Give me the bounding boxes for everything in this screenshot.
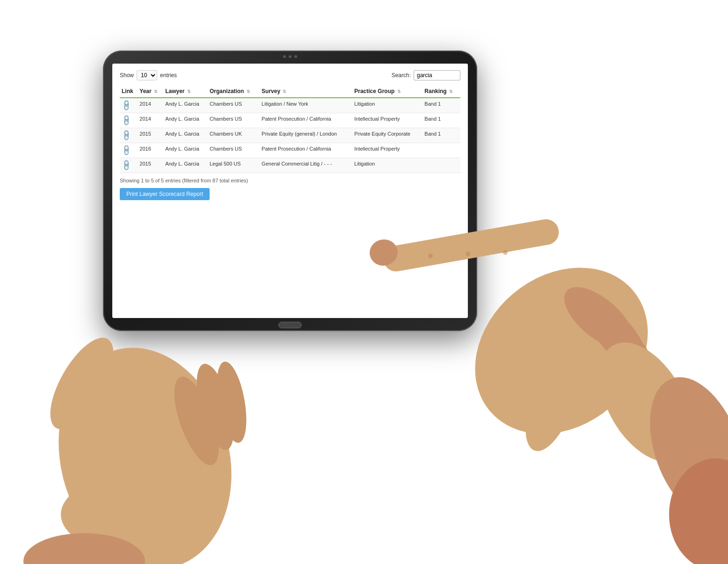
print-button[interactable]: Print Lawyer Scorecard Report (120, 188, 210, 200)
cell-lawyer: Andy L. Garcia (163, 113, 208, 128)
cell-organization: Legal 500 US (208, 158, 260, 173)
left-hand (23, 328, 255, 564)
survey-sort-icon: ⇅ (283, 89, 286, 94)
svg-point-11 (578, 295, 656, 378)
cell-survey: Private Equity (general) / London (260, 128, 352, 143)
cell-link[interactable]: 🔗 (120, 158, 138, 173)
col-pg-label: Practice Group (354, 88, 394, 94)
tablet-dot-1 (283, 55, 286, 58)
cell-practice-group: Intellectual Property (352, 113, 422, 128)
link-icon[interactable]: 🔗 (120, 129, 133, 142)
col-link-label: Link (122, 88, 133, 94)
svg-point-10 (554, 276, 644, 360)
cell-organization: Chambers US (208, 143, 260, 158)
cell-practice-group: Private Equity Corporate (352, 128, 422, 143)
svg-point-15 (632, 364, 728, 534)
cell-link[interactable]: 🔗 (120, 98, 138, 113)
col-header-practice-group[interactable]: Practice Group ⇅ (352, 85, 422, 98)
svg-point-7 (442, 233, 681, 468)
col-header-survey[interactable]: Survey ⇅ (260, 85, 352, 98)
cell-practice-group: Litigation (352, 98, 422, 113)
link-icon[interactable]: 🔗 (120, 144, 133, 157)
table-row: 🔗2015Andy L. GarciaChambers UKPrivate Eq… (120, 128, 460, 143)
table-row: 🔗2016Andy L. GarciaChambers USPatent Pro… (120, 143, 460, 158)
cell-practice-group: Intellectual Property (352, 143, 422, 158)
svg-point-13 (515, 347, 590, 458)
cell-survey: General Commercial Litig / - - - (260, 158, 352, 173)
cell-link[interactable]: 🔗 (120, 128, 138, 143)
search-input[interactable] (414, 70, 460, 80)
cell-lawyer: Andy L. Garcia (163, 158, 208, 173)
svg-point-3 (189, 360, 241, 454)
table-row: 🔗2014Andy L. GarciaChambers USPatent Pro… (120, 113, 460, 128)
cell-ranking (422, 158, 460, 173)
cell-ranking: Band 1 (422, 113, 460, 128)
table-body: 🔗2014Andy L. GarciaChambers USLitigation… (120, 98, 460, 173)
col-year-label: Year (139, 88, 151, 94)
svg-point-19 (503, 250, 508, 255)
tablet-home-button[interactable] (278, 322, 302, 328)
cell-survey: Patent Prosecution / California (260, 113, 352, 128)
table-header-row: Link Year ⇅ Lawyer ⇅ Organizat (120, 85, 460, 98)
svg-point-4 (211, 359, 252, 445)
cell-year: 2014 (138, 98, 163, 113)
cell-organization: Chambers UK (208, 128, 260, 143)
col-header-lawyer[interactable]: Lawyer ⇅ (163, 85, 208, 98)
tablet: Show 10 25 50 entries Search: (103, 51, 477, 331)
cell-link[interactable]: 🔗 (120, 143, 138, 158)
cell-practice-group: Litigation (352, 158, 422, 173)
svg-point-0 (35, 328, 255, 564)
search-row: Search: (392, 70, 460, 80)
controls-row: Show 10 25 50 entries Search: (120, 70, 460, 80)
cell-link[interactable]: 🔗 (120, 113, 138, 128)
cell-survey: Patent Prosecution / California (260, 143, 352, 158)
col-header-year[interactable]: Year ⇅ (138, 85, 163, 98)
tablet-dot-2 (289, 55, 291, 58)
svg-point-14 (581, 327, 711, 477)
link-icon[interactable]: 🔗 (120, 159, 133, 172)
table-footer: Showing 1 to 5 of 5 entries (filtered fr… (120, 178, 460, 183)
show-label: Show (120, 72, 134, 79)
lawyer-sort-icon: ⇅ (187, 89, 191, 94)
cell-organization: Chambers US (208, 98, 260, 113)
cell-lawyer: Andy L. Garcia (163, 128, 208, 143)
col-org-label: Organization (210, 88, 244, 94)
cell-lawyer: Andy L. Garcia (163, 143, 208, 158)
pg-sort-icon: ⇅ (397, 89, 401, 94)
screen-content: Show 10 25 50 entries Search: (112, 64, 468, 318)
tablet-camera-dots (283, 55, 297, 58)
scene: Show 10 25 50 entries Search: (0, 0, 728, 564)
entries-label: entries (160, 72, 177, 79)
cell-ranking (422, 143, 460, 158)
cell-lawyer: Andy L. Garcia (163, 98, 208, 113)
tablet-dot-3 (294, 55, 297, 58)
cell-year: 2015 (138, 128, 163, 143)
col-survey-label: Survey (262, 88, 280, 94)
org-sort-icon: ⇅ (247, 89, 250, 94)
col-header-ranking[interactable]: Ranking ⇅ (422, 85, 460, 98)
col-header-link: Link (120, 85, 138, 98)
svg-point-5 (61, 477, 192, 552)
year-sort-icon: ⇅ (154, 89, 158, 94)
data-table: Link Year ⇅ Lawyer ⇅ Organizat (120, 85, 460, 173)
cell-organization: Chambers US (208, 113, 260, 128)
link-icon[interactable]: 🔗 (120, 99, 133, 112)
col-ranking-label: Ranking (424, 88, 446, 94)
cell-ranking: Band 1 (422, 128, 460, 143)
show-entries-control: Show 10 25 50 entries (120, 70, 177, 80)
cell-year: 2016 (138, 143, 163, 158)
table-row: 🔗2015Andy L. GarciaLegal 500 USGeneral C… (120, 158, 460, 173)
svg-point-1 (38, 328, 126, 439)
entries-select[interactable]: 10 25 50 (137, 70, 157, 80)
tablet-screen: Show 10 25 50 entries Search: (112, 64, 468, 318)
col-lawyer-label: Lawyer (165, 88, 184, 94)
table-row: 🔗2014Andy L. GarciaChambers USLitigation… (120, 98, 460, 113)
svg-point-2 (165, 371, 228, 470)
cell-year: 2015 (138, 158, 163, 173)
cell-ranking: Band 1 (422, 98, 460, 113)
svg-point-6 (23, 533, 145, 564)
cell-survey: Litigation / New York (260, 98, 352, 113)
col-header-organization[interactable]: Organization ⇅ (208, 85, 260, 98)
svg-point-12 (597, 315, 666, 395)
link-icon[interactable]: 🔗 (120, 114, 133, 127)
